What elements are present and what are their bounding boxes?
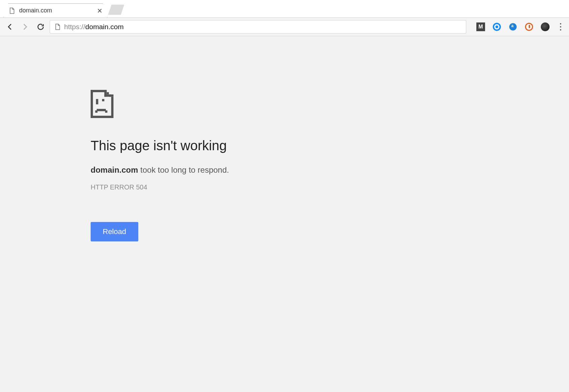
error-message-suffix: took too long to respond. [138, 165, 229, 174]
tab-strip: domain.com [0, 0, 569, 18]
error-container: This page isn't working domain.com took … [91, 90, 352, 241]
svg-rect-9 [91, 90, 107, 92]
dark-circle-extension-icon[interactable] [541, 22, 550, 31]
error-message: domain.com took too long to respond. [91, 165, 352, 175]
tab-title: domain.com [19, 7, 94, 14]
error-domain: domain.com [91, 165, 138, 174]
svg-rect-18 [105, 110, 107, 113]
svg-rect-14 [96, 99, 98, 104]
svg-rect-12 [107, 92, 109, 95]
url-host: domain.com [85, 23, 124, 31]
svg-rect-13 [109, 95, 111, 97]
url-scheme: https:// [64, 23, 85, 31]
address-url: https://domain.com [64, 23, 124, 31]
svg-rect-16 [97, 109, 106, 111]
extension-icons: M [469, 22, 553, 31]
page-viewport: This page isn't working domain.com took … [0, 36, 569, 392]
svg-rect-11 [104, 95, 113, 97]
amazon-assistant-extension-icon[interactable] [509, 22, 517, 31]
mega-extension-icon[interactable]: M [476, 22, 485, 31]
back-button[interactable] [3, 20, 16, 33]
address-bar[interactable]: https://domain.com [50, 20, 466, 34]
blue-ring-extension-icon[interactable] [492, 22, 501, 31]
error-code: HTTP ERROR 504 [91, 183, 352, 191]
kebab-menu-icon[interactable] [556, 20, 566, 33]
toolbar: https://domain.com M [0, 18, 569, 36]
svg-rect-17 [95, 110, 98, 113]
svg-rect-15 [102, 99, 104, 101]
reload-button[interactable] [34, 20, 47, 33]
close-icon[interactable] [97, 8, 102, 13]
new-tab-button[interactable] [108, 5, 124, 15]
sad-file-icon [91, 90, 113, 118]
svg-rect-6 [91, 90, 93, 118]
orange-ring-extension-icon[interactable] [525, 22, 533, 31]
forward-button[interactable] [19, 20, 32, 33]
svg-rect-8 [111, 97, 113, 118]
file-icon [8, 7, 15, 14]
error-heading: This page isn't working [91, 138, 352, 153]
file-icon [54, 23, 61, 30]
browser-tab[interactable]: domain.com [3, 3, 107, 17]
svg-rect-7 [91, 116, 113, 118]
reload-page-button[interactable]: Reload [91, 222, 138, 241]
